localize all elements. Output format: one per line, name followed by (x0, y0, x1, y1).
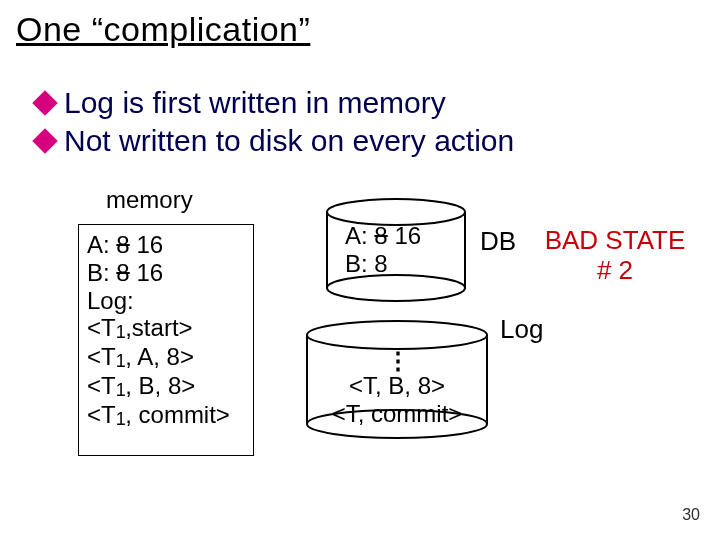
db-content: A: 8 16 B: 8 (325, 222, 505, 277)
db-label: DB (480, 226, 516, 257)
mem-a-old: 8 (116, 231, 129, 258)
memory-line-a: A: 8 16 (87, 231, 245, 259)
diamond-icon (32, 128, 57, 153)
log-label: Log (500, 314, 543, 345)
log-cylinder: ⋮ <T, B, 8> <T, commit> (305, 320, 489, 440)
memory-log-entry: <T1, B, 8> (87, 372, 245, 401)
page-number: 30 (682, 506, 700, 524)
memory-log-label: Log: (87, 287, 245, 315)
slide-title: One “complication” (16, 10, 310, 49)
db-a-prefix: A: (345, 222, 368, 249)
memory-box: A: 8 16 B: 8 16 Log: <T1,start> <T1, A, … (78, 224, 254, 456)
db-a-new: 16 (394, 222, 421, 249)
bad-state-callout: BAD STATE # 2 (530, 226, 700, 286)
bad-state-line1: BAD STATE (530, 226, 700, 256)
memory-line-b: B: 8 16 (87, 259, 245, 287)
bullet-item: Log is first written in memory (36, 86, 514, 120)
log-content: ⋮ <T, B, 8> <T, commit> (305, 354, 489, 428)
mem-b-prefix: B: (87, 259, 110, 286)
diamond-icon (32, 90, 57, 115)
memory-log-entry: <T1, commit> (87, 401, 245, 430)
memory-log-entry: <T1,start> (87, 314, 245, 343)
bullet-list: Log is first written in memory Not writt… (36, 86, 514, 162)
log-disk-entry: <T, commit> (305, 400, 489, 428)
mem-a-new: 16 (136, 231, 163, 258)
memory-log-entry: <T1, A, 8> (87, 343, 245, 372)
log-disk-entry: <T, B, 8> (305, 372, 489, 400)
svg-point-0 (327, 275, 465, 301)
svg-point-7 (307, 321, 487, 349)
bullet-text: Not written to disk on every action (64, 124, 514, 158)
memory-label: memory (106, 186, 193, 214)
mem-b-new: 16 (136, 259, 163, 286)
bullet-item: Not written to disk on every action (36, 124, 514, 158)
db-cylinder: A: 8 16 B: 8 (325, 198, 467, 303)
vertical-ellipsis-icon: ⋮ (305, 354, 489, 368)
bad-state-line2: # 2 (530, 256, 700, 286)
mem-a-prefix: A: (87, 231, 110, 258)
bullet-text: Log is first written in memory (64, 86, 446, 120)
mem-b-old: 8 (116, 259, 129, 286)
db-a-old: 8 (374, 222, 387, 249)
